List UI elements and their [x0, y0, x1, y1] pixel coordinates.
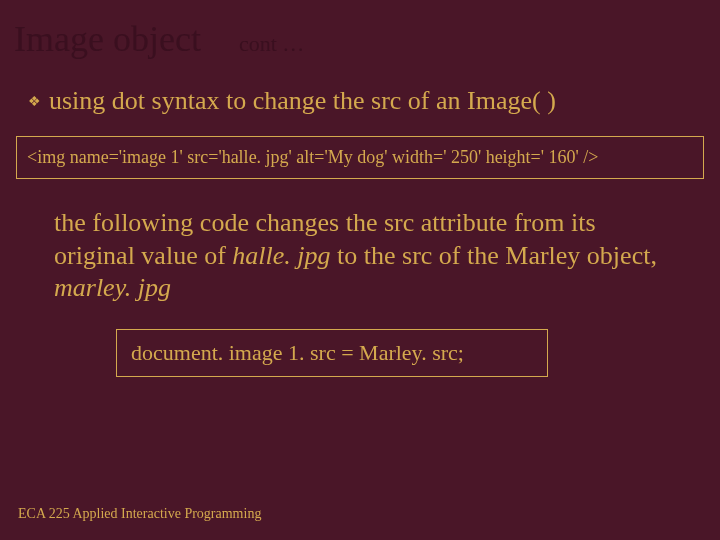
- bullet-text: using dot syntax to change the src of an…: [49, 86, 556, 116]
- para-italic-2: marley. jpg: [54, 273, 171, 302]
- paragraph: the following code changes the src attri…: [54, 207, 660, 305]
- code-block-img-tag: <img name='image 1' src='halle. jpg' alt…: [16, 136, 704, 179]
- title-row: Image object cont …: [0, 0, 720, 60]
- diamond-icon: ❖: [28, 93, 41, 110]
- slide-title: Image object: [14, 18, 201, 60]
- footer-text: ECA 225 Applied Interactive Programming: [18, 506, 261, 522]
- bullet-row: ❖ using dot syntax to change the src of …: [0, 60, 720, 116]
- para-text-2: to the src of the Marley object,: [331, 241, 657, 270]
- para-italic-1: halle. jpg: [232, 241, 330, 270]
- code-block-assignment: document. image 1. src = Marley. src;: [116, 329, 548, 377]
- slide-cont: cont …: [239, 31, 304, 57]
